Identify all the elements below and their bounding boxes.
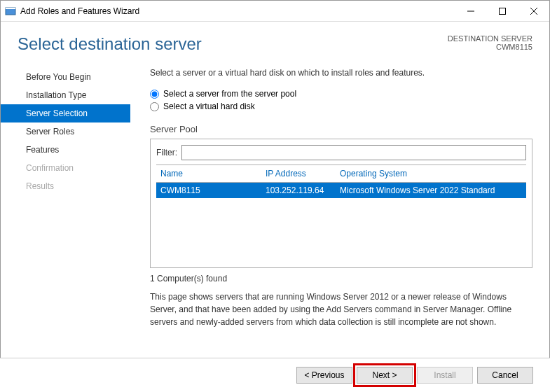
col-os[interactable]: Operating System [336,169,526,178]
cell-os: Microsoft Windows Server 2022 Standard [336,186,526,195]
sidebar: Before You Begin Installation Type Serve… [1,68,130,334]
step-installation-type[interactable]: Installation Type [1,86,130,104]
install-button: Install [417,367,473,384]
filter-label: Filter: [156,148,177,158]
radio-vhd-label: Select a virtual hard disk [163,102,255,111]
table-header: Name IP Address Operating System [156,164,526,183]
table-body: CWM8115 103.252.119.64 Microsoft Windows… [156,183,526,262]
table-row[interactable]: CWM8115 103.252.119.64 Microsoft Windows… [156,183,526,198]
step-features[interactable]: Features [1,141,130,159]
col-name[interactable]: Name [156,169,261,178]
cell-name: CWM8115 [156,186,261,195]
next-button[interactable]: Next > [357,367,413,384]
minimize-button[interactable] [455,1,486,21]
computers-found: 1 Computer(s) found [150,274,532,284]
cancel-button[interactable]: Cancel [477,367,533,384]
radio-server-pool[interactable]: Select a server from the server pool [150,88,532,100]
step-server-selection[interactable]: Server Selection [1,104,130,122]
footer: < Previous Next > Install Cancel [0,358,550,392]
svg-rect-3 [499,8,505,14]
col-ip[interactable]: IP Address [261,169,336,178]
destination-value: CWM8115 [448,43,532,51]
cell-ip: 103.252.119.64 [261,186,336,195]
wizard-icon [5,6,16,17]
step-before-you-begin[interactable]: Before You Begin [1,68,130,86]
main-panel: Select a server or a virtual hard disk o… [130,68,532,334]
radio-vhd[interactable]: Select a virtual hard disk [150,100,532,113]
note-text: This page shows servers that are running… [150,290,532,328]
page-title: Select destination server [18,34,202,54]
window-title: Add Roles and Features Wizard [20,6,455,16]
server-pool-box: Filter: Name IP Address Operating System… [150,139,532,268]
step-results: Results [1,177,130,195]
destination-info: DESTINATION SERVER CWM8115 [448,34,532,51]
destination-label: DESTINATION SERVER [448,34,532,43]
titlebar: Add Roles and Features Wizard [1,1,549,22]
close-button[interactable] [518,1,549,21]
instruction-text: Select a server or a virtual hard disk o… [150,68,532,78]
radio-server-pool-label: Select a server from the server pool [163,89,296,99]
header: Select destination server DESTINATION SE… [1,22,549,68]
filter-input[interactable] [181,145,526,160]
radio-vhd-input[interactable] [150,102,159,111]
step-confirmation: Confirmation [1,159,130,177]
radio-server-pool-input[interactable] [150,90,159,99]
server-pool-label: Server Pool [150,124,532,134]
svg-rect-1 [6,8,15,9]
maximize-button[interactable] [486,1,518,21]
previous-button[interactable]: < Previous [296,367,352,384]
step-server-roles[interactable]: Server Roles [1,122,130,141]
